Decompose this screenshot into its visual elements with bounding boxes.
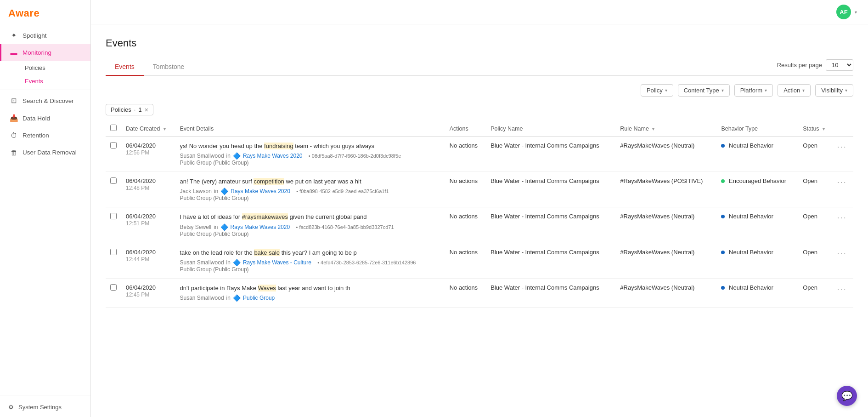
row-event-details[interactable]: ys! No wonder you head up the fundraisin… bbox=[175, 137, 445, 172]
data-hold-icon: 📥 bbox=[10, 114, 18, 122]
col-behavior-type: Behavior Type bbox=[716, 121, 798, 137]
active-filters: Policies · 1 × bbox=[106, 104, 853, 115]
row-date: 06/04/2020 12:51 PM bbox=[121, 207, 175, 243]
row-more-menu-btn[interactable]: ··· bbox=[837, 213, 847, 222]
row-rule-name: #RaysMakeWaves (Neutral) bbox=[615, 137, 716, 172]
row-group-type: Public Group (Public Group) bbox=[180, 160, 440, 166]
sidebar-item-system-settings[interactable]: ⚙ System Settings bbox=[0, 397, 90, 417]
row-more-menu-btn[interactable]: ··· bbox=[837, 142, 847, 151]
row-rule-name: #RaysMakeWaves (Neutral) bbox=[615, 243, 716, 278]
row-meta: Jack Lawson in 🔷 Rays Make Waves 2020 • … bbox=[180, 188, 440, 195]
platform-icon: 🔷 bbox=[220, 223, 228, 231]
row-meta: Susan Smallwood in 🔷 Rays Make Waves 202… bbox=[180, 152, 440, 160]
filter-tag-label: Policies bbox=[111, 106, 131, 113]
sidebar: Aware ✦ Spotlight ▬ Monitoring Policies … bbox=[0, 0, 91, 417]
row-snippet: take on the lead role for the bake sale … bbox=[180, 249, 440, 257]
filter-tag-dot: · bbox=[134, 106, 136, 113]
row-actions: No actions bbox=[445, 243, 486, 278]
row-checkbox-cell bbox=[106, 243, 121, 278]
row-date: 06/04/2020 12:56 PM bbox=[121, 137, 175, 172]
row-policy-name: Blue Water - Internal Comms Campaigns bbox=[486, 243, 615, 278]
select-all-checkbox[interactable] bbox=[110, 125, 117, 131]
filter-platform-btn[interactable]: Platform ▾ bbox=[734, 84, 773, 97]
row-checkbox[interactable] bbox=[110, 249, 117, 255]
row-author: Betsy Sewell bbox=[180, 224, 212, 230]
chevron-down-icon: ▾ bbox=[802, 88, 805, 93]
sidebar-item-data-hold[interactable]: 📥 Data Hold bbox=[0, 109, 90, 127]
row-more-menu-cell: ··· bbox=[833, 137, 853, 172]
sidebar-monitoring-submenu: Policies Events bbox=[0, 61, 90, 88]
sidebar-item-user-data-removal[interactable]: 🗑 User Data Removal bbox=[0, 144, 90, 161]
sidebar-sub-item-policies[interactable]: Policies bbox=[20, 61, 90, 74]
row-more-menu-btn[interactable]: ··· bbox=[837, 284, 847, 293]
row-checkbox[interactable] bbox=[110, 177, 117, 184]
row-checkbox-cell bbox=[106, 172, 121, 207]
user-data-removal-icon: 🗑 bbox=[10, 149, 18, 156]
row-meta: Susan Smallwood in 🔷 Public Group bbox=[180, 294, 440, 302]
row-more-menu-btn[interactable]: ··· bbox=[837, 249, 847, 258]
row-behavior-type: Neutral Behavior bbox=[716, 243, 798, 278]
tabs-left: Events Tombstone bbox=[106, 58, 193, 75]
filter-action-btn[interactable]: Action ▾ bbox=[778, 84, 811, 97]
filter-content-type-btn[interactable]: Content Type ▾ bbox=[678, 84, 730, 97]
row-behavior-type: Neutral Behavior bbox=[716, 278, 798, 307]
row-actions: No actions bbox=[445, 172, 486, 207]
col-rule-name[interactable]: Rule Name ▾ bbox=[615, 121, 716, 137]
content-area: Events Events Tombstone Results per page… bbox=[91, 24, 868, 417]
sidebar-item-retention[interactable]: ⏱ Retention bbox=[0, 127, 90, 144]
sidebar-item-label: Spotlight bbox=[23, 32, 47, 39]
sidebar-item-label: Retention bbox=[23, 132, 49, 139]
tab-tombstone[interactable]: Tombstone bbox=[144, 58, 193, 76]
row-more-menu-btn[interactable]: ··· bbox=[837, 177, 847, 187]
col-menu bbox=[833, 121, 853, 137]
row-behavior-type: Neutral Behavior bbox=[716, 137, 798, 172]
page-title: Events bbox=[106, 37, 853, 49]
row-event-details[interactable]: an! The (very) amateur surf competition … bbox=[175, 172, 445, 207]
row-checkbox[interactable] bbox=[110, 284, 117, 291]
row-event-details[interactable]: I have a lot of ideas for #raysmakewaves… bbox=[175, 207, 445, 243]
system-settings-label: System Settings bbox=[18, 404, 62, 411]
row-event-details[interactable]: dn't participate in Rays Make Waves last… bbox=[175, 278, 445, 307]
filter-tag-count: 1 bbox=[138, 106, 141, 113]
row-rule-name: #RaysMakeWaves (POSITIVE) bbox=[615, 172, 716, 207]
row-checkbox[interactable] bbox=[110, 142, 117, 149]
search-discover-icon: ⊡ bbox=[10, 97, 18, 105]
row-group-type: Public Group (Public Group) bbox=[180, 195, 440, 201]
row-actions: No actions bbox=[445, 278, 486, 307]
sort-icon: ▾ bbox=[823, 126, 825, 131]
sidebar-item-monitoring[interactable]: ▬ Monitoring bbox=[0, 44, 90, 61]
row-policy-name: Blue Water - Internal Comms Campaigns bbox=[486, 137, 615, 172]
col-date-created[interactable]: Date Created ▾ bbox=[121, 121, 175, 137]
platform-icon: 🔷 bbox=[220, 188, 228, 195]
chat-icon: 💬 bbox=[841, 390, 853, 401]
filter-tag-close[interactable]: × bbox=[145, 107, 148, 113]
select-all-header bbox=[106, 121, 121, 137]
row-more-menu-cell: ··· bbox=[833, 207, 853, 243]
row-checkbox-cell bbox=[106, 137, 121, 172]
user-menu-chevron[interactable]: ▾ bbox=[855, 10, 857, 15]
row-event-details[interactable]: take on the lead role for the bake sale … bbox=[175, 243, 445, 278]
tab-events[interactable]: Events bbox=[106, 58, 144, 76]
row-rule-name: #RaysMakeWaves (Neutral) bbox=[615, 278, 716, 307]
col-status[interactable]: Status ▾ bbox=[798, 121, 833, 137]
row-status: Open bbox=[798, 172, 833, 207]
row-checkbox[interactable] bbox=[110, 213, 117, 219]
table-row: 06/04/2020 12:48 PM an! The (very) amate… bbox=[106, 172, 853, 207]
filter-policy-btn[interactable]: Policy ▾ bbox=[641, 84, 673, 97]
results-per-page-select[interactable]: 10 25 50 100 bbox=[826, 59, 853, 71]
behavior-dot bbox=[721, 179, 725, 183]
sidebar-item-search-discover[interactable]: ⊡ Search & Discover bbox=[0, 92, 90, 109]
sidebar-nav: ✦ Spotlight ▬ Monitoring Policies Events… bbox=[0, 27, 90, 393]
chevron-down-icon: ▾ bbox=[665, 88, 667, 93]
row-status: Open bbox=[798, 278, 833, 307]
chat-button[interactable]: 💬 bbox=[837, 386, 857, 406]
platform-icon: 🔷 bbox=[233, 294, 241, 302]
row-status: Open bbox=[798, 207, 833, 243]
settings-icon: ⚙ bbox=[8, 404, 14, 411]
filter-visibility-btn[interactable]: Visibility ▾ bbox=[815, 84, 853, 97]
row-more-menu-cell: ··· bbox=[833, 278, 853, 307]
sidebar-sub-item-events[interactable]: Events bbox=[20, 74, 90, 88]
sidebar-item-spotlight[interactable]: ✦ Spotlight bbox=[0, 27, 90, 44]
platform-icon: 🔷 bbox=[233, 152, 241, 160]
row-snippet: dn't participate in Rays Make Waves last… bbox=[180, 284, 440, 292]
